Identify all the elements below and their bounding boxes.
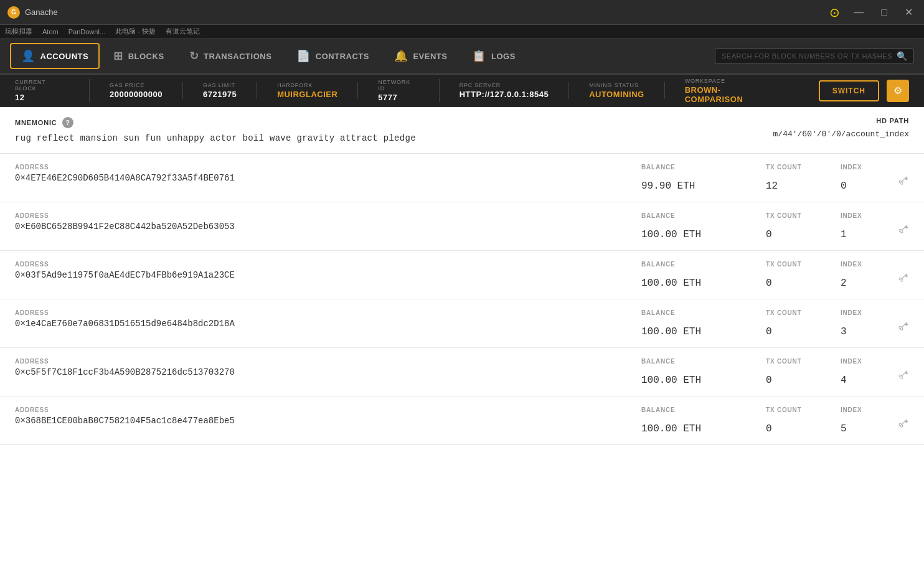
- key-icon-4[interactable]: 🗝: [895, 366, 912, 383]
- account-key-btn-4[interactable]: 🗝: [888, 358, 909, 381]
- stat-rpc-server: RPC SERVER HTTP://127.0.0.1:8545: [460, 82, 569, 99]
- account-row-3: ADDRESS 0×1e4CaE760e7a06831D516515d9e648…: [0, 299, 924, 348]
- blocks-icon: ⊞: [113, 49, 123, 63]
- account-index-0: 0: [841, 181, 888, 192]
- tx-count-label-0: TX COUNT: [766, 164, 826, 171]
- search-button[interactable]: 🔍: [897, 51, 907, 61]
- mnemonic-left: MNEMONIC ? rug reflect mansion sun fun u…: [15, 117, 773, 143]
- hd-path-label: HD PATH: [773, 117, 909, 124]
- taskbar-item-2[interactable]: PanDownl...: [68, 28, 105, 35]
- settings-button[interactable]: ⚙: [887, 80, 909, 102]
- mnemonic-section: MNEMONIC ? rug reflect mansion sun fun u…: [0, 107, 924, 154]
- mnemonic-label-row: MNEMONIC ?: [15, 117, 773, 128]
- switch-button[interactable]: SWITCH: [819, 80, 879, 101]
- taskbar-item-4[interactable]: 有道云笔记: [166, 27, 200, 36]
- stat-network-id-label: NETWORK ID: [378, 79, 418, 91]
- account-address-col-1: ADDRESS 0×E60BC6528B9941F2eC88C442ba520A…: [15, 212, 626, 232]
- account-balance-1: 100.00 ETH: [641, 229, 751, 240]
- address-label-0: ADDRESS: [15, 164, 626, 171]
- title-bar-left: G Ganache: [7, 6, 58, 19]
- address-label-5: ADDRESS: [15, 406, 626, 413]
- stat-mining-status-value: AUTOMINING: [589, 90, 644, 99]
- stat-gas-price: GAS PRICE 20000000000: [110, 82, 183, 99]
- account-key-btn-1[interactable]: 🗝: [888, 212, 909, 235]
- balance-label-3: BALANCE: [641, 309, 751, 316]
- account-tx-col-5: TX COUNT 0: [751, 406, 826, 434]
- account-key-btn-3[interactable]: 🗝: [888, 309, 909, 332]
- stat-hardfork: HARDFORK MUIRGLACIER: [277, 82, 358, 99]
- account-balance-2: 100.00 ETH: [641, 278, 751, 289]
- account-tx-col-2: TX COUNT 0: [751, 261, 826, 289]
- tx-count-label-5: TX COUNT: [766, 406, 826, 413]
- nav-accounts[interactable]: 👤 ACCOUNTS: [10, 43, 100, 69]
- account-index-col-1: INDEX 1: [826, 212, 888, 240]
- account-address-4: 0×c5F5f7C18F1ccF3b4A590B2875216dc5137032…: [15, 367, 626, 377]
- stat-mining-status-label: MINING STATUS: [589, 82, 644, 88]
- account-address-col-5: ADDRESS 0×368BE1CE00baB0C7582104F5ac1c8e…: [15, 406, 626, 426]
- nav-events[interactable]: 🔔 EVENTS: [383, 43, 459, 69]
- mnemonic-value: rug reflect mansion sun fun unhappy acto…: [15, 133, 773, 143]
- stat-gas-limit-value: 6721975: [203, 90, 237, 99]
- stat-gas-price-value: 20000000000: [110, 90, 163, 99]
- nav-accounts-label: ACCOUNTS: [40, 52, 89, 61]
- key-icon-0[interactable]: 🗝: [895, 172, 912, 189]
- maximize-button[interactable]: □: [877, 6, 891, 19]
- mnemonic-label: MNEMONIC: [15, 119, 57, 126]
- stat-workspace: WORKSPACE BROWN-COMPARISON: [685, 78, 799, 104]
- main-content: MNEMONIC ? rug reflect mansion sun fun u…: [0, 107, 924, 577]
- nav-blocks-label: BLOCKS: [128, 52, 164, 61]
- nav-blocks[interactable]: ⊞ BLOCKS: [102, 43, 175, 69]
- account-tx-count-5: 0: [766, 423, 826, 434]
- balance-label-2: BALANCE: [641, 261, 751, 268]
- search-bar: 🔍: [715, 48, 914, 64]
- account-tx-count-0: 12: [766, 181, 826, 192]
- key-icon-1[interactable]: 🗝: [895, 220, 912, 238]
- balance-label-1: BALANCE: [641, 212, 751, 219]
- taskbar-item-1[interactable]: Atom: [42, 28, 59, 35]
- key-icon-2[interactable]: 🗝: [895, 269, 912, 286]
- address-label-1: ADDRESS: [15, 212, 626, 219]
- nav-logs[interactable]: 📋 LOGS: [461, 43, 526, 69]
- close-button[interactable]: ✕: [901, 5, 917, 19]
- account-index-4: 4: [841, 375, 888, 386]
- tx-count-label-2: TX COUNT: [766, 261, 826, 268]
- account-address-1: 0×E60BC6528B9941F2eC88C442ba520A52Deb630…: [15, 222, 626, 232]
- balance-label-4: BALANCE: [641, 358, 751, 365]
- key-icon-5[interactable]: 🗝: [895, 415, 912, 432]
- mnemonic-help-icon[interactable]: ?: [62, 117, 73, 128]
- account-balance-0: 99.90 ETH: [641, 181, 751, 192]
- taskbar-item-3[interactable]: 此电脑 - 快捷: [115, 27, 156, 36]
- account-balance-col-3: BALANCE 100.00 ETH: [626, 309, 751, 337]
- tx-count-label-4: TX COUNT: [766, 358, 826, 365]
- index-label-3: INDEX: [841, 309, 888, 316]
- nav-transactions-label: TRANSACTIONS: [204, 52, 271, 61]
- account-address-3: 0×1e4CaE760e7a06831D516515d9e6484b8dc2D1…: [15, 319, 626, 329]
- stat-rpc-server-value: HTTP://127.0.0.1:8545: [460, 90, 549, 99]
- index-label-5: INDEX: [841, 406, 888, 413]
- stat-hardfork-label: HARDFORK: [277, 82, 337, 88]
- account-tx-col-1: TX COUNT 0: [751, 212, 826, 240]
- minimize-button[interactable]: —: [850, 6, 867, 19]
- account-key-btn-5[interactable]: 🗝: [888, 406, 909, 429]
- app-icon: G: [7, 6, 20, 19]
- hd-path-value: m/44'/60'/0'/0/account_index: [773, 129, 909, 139]
- account-tx-col-3: TX COUNT 0: [751, 309, 826, 337]
- index-label-0: INDEX: [841, 164, 888, 171]
- balance-label-5: BALANCE: [641, 406, 751, 413]
- stat-hardfork-value: MUIRGLACIER: [277, 90, 337, 99]
- stat-current-block-label: CURRENT BLOCK: [15, 79, 69, 91]
- transactions-icon: ↻: [189, 49, 199, 63]
- key-icon-3[interactable]: 🗝: [895, 317, 912, 335]
- stat-network-id-value: 5777: [378, 93, 418, 102]
- nav-transactions[interactable]: ↻ TRANSACTIONS: [178, 43, 283, 69]
- search-input[interactable]: [722, 52, 892, 60]
- taskbar-item-0[interactable]: 玩模拟器: [5, 27, 32, 36]
- nav-contracts[interactable]: 📄 CONTRACTS: [285, 43, 380, 69]
- stat-gas-limit-label: GAS LIMIT: [203, 82, 237, 88]
- account-key-btn-0[interactable]: 🗝: [888, 164, 909, 187]
- address-label-3: ADDRESS: [15, 309, 626, 316]
- stat-workspace-label: WORKSPACE: [685, 78, 779, 84]
- account-row-0: ADDRESS 0×4E7E46E2C90D605B4140A8CA792f33…: [0, 154, 924, 202]
- events-icon: 🔔: [394, 49, 408, 63]
- account-key-btn-2[interactable]: 🗝: [888, 261, 909, 284]
